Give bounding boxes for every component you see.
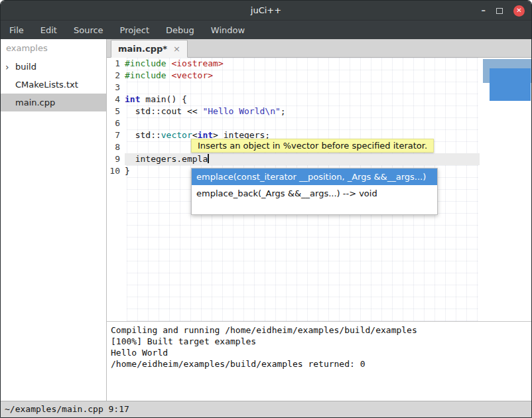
window-controls: – ✕	[482, 1, 525, 21]
line-number: 6	[107, 117, 125, 129]
tab-label: main.cpp*	[118, 44, 167, 54]
line-number: 5	[107, 105, 125, 117]
menu-item-window[interactable]: Window	[211, 25, 245, 35]
completion-item[interactable]: emplace_back(_Args &&__args...) --> void	[192, 185, 437, 202]
code-text: #include <vector>	[125, 70, 480, 82]
sidebar-item-label: main.cpp	[15, 98, 55, 107]
completion-item[interactable]: emplace(const_iterator __position, _Args…	[192, 169, 437, 185]
menu-item-project[interactable]: Project	[120, 25, 149, 35]
code-text	[125, 117, 480, 129]
line-number: 3	[107, 82, 125, 94]
line-number: 7	[107, 129, 125, 141]
terminal-output[interactable]: Compiling and running /home/eidheim/exam…	[107, 321, 531, 401]
terminal-line: Compiling and running /home/eidheim/exam…	[111, 324, 527, 336]
line-number: 9	[107, 153, 125, 165]
code-line[interactable]: 4int main() {	[107, 94, 480, 105]
terminal-line: [100%] Built target examples	[111, 336, 527, 347]
code-text: #include <iostream>	[125, 58, 480, 70]
maximize-button[interactable]	[496, 8, 503, 14]
tab-close-icon[interactable]: ×	[173, 44, 180, 54]
code-text: int main() {	[125, 94, 480, 105]
sidebar-title: examples	[1, 39, 106, 58]
close-button[interactable]: ✕	[513, 5, 525, 17]
code-line[interactable]: 2#include <vector>	[107, 70, 480, 82]
sidebar-item-build[interactable]: ›build	[1, 58, 106, 76]
code-text: integers.empla	[125, 153, 480, 165]
sidebar-item-label: build	[15, 62, 36, 72]
line-number: 4	[107, 94, 125, 105]
minimize-button[interactable]: –	[482, 7, 486, 14]
content: examples ›buildCMakeLists.txtmain.cpp ma…	[1, 39, 531, 401]
line-number: 2	[107, 70, 125, 82]
file-tree-sidebar: examples ›buildCMakeLists.txtmain.cpp	[1, 39, 107, 401]
file-tree: ›buildCMakeLists.txtmain.cpp	[1, 58, 106, 111]
titlebar: juCi++ – ✕	[1, 1, 531, 21]
app-window: juCi++ – ✕ FileEditSourceProjectDebugWin…	[0, 0, 532, 418]
menu-item-source[interactable]: Source	[74, 25, 103, 35]
code-line[interactable]: 3	[107, 82, 480, 94]
menubar: FileEditSourceProjectDebugWindow	[1, 21, 531, 39]
code-line[interactable]: 5 std::cout << "Hello World\n";	[107, 105, 480, 117]
main-panel: main.cpp* × 1#include <iostream>2#includ…	[107, 39, 531, 401]
menu-item-debug[interactable]: Debug	[166, 25, 194, 35]
sidebar-item-main-cpp[interactable]: main.cpp	[1, 94, 106, 111]
scrollbar-thumb[interactable]	[490, 68, 531, 101]
line-number: 10	[107, 165, 125, 177]
line-number: 1	[107, 58, 125, 70]
sidebar-item-cmakelists-txt[interactable]: CMakeLists.txt	[1, 76, 106, 94]
code-area: 1#include <iostream>2#include <vector>34…	[107, 58, 480, 177]
code-text: std::cout << "Hello World\n";	[125, 105, 480, 117]
text-cursor	[208, 154, 209, 163]
terminal-line: /home/eidheim/examples/build/examples re…	[111, 358, 527, 370]
tab-main-cpp[interactable]: main.cpp* ×	[111, 40, 188, 58]
window-title: juCi++	[251, 5, 281, 15]
status-bar: ~/examples/main.cpp 9:17	[1, 401, 531, 417]
sidebar-item-label: CMakeLists.txt	[15, 80, 78, 90]
terminal-line: Hello World	[111, 347, 527, 358]
code-text	[125, 82, 480, 94]
tabbar: main.cpp* ×	[107, 39, 531, 58]
menu-item-file[interactable]: File	[9, 25, 24, 35]
code-line[interactable]: 9 integers.empla	[107, 153, 480, 165]
chevron-right-icon: ›	[5, 62, 15, 72]
code-line[interactable]: 6	[107, 117, 480, 129]
doc-tooltip: Inserts an object in %vector before spec…	[191, 139, 434, 153]
menu-item-edit[interactable]: Edit	[40, 25, 57, 35]
code-editor[interactable]: 1#include <iostream>2#include <vector>34…	[107, 58, 531, 321]
code-line[interactable]: 1#include <iostream>	[107, 58, 480, 70]
line-number: 8	[107, 141, 125, 153]
completion-popup: emplace(const_iterator __position, _Args…	[191, 168, 438, 215]
